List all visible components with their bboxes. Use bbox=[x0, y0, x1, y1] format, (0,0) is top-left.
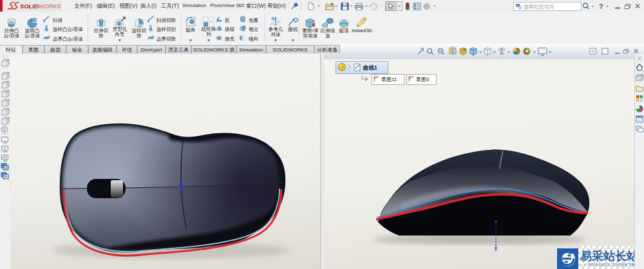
svg-text:?: ? bbox=[599, 3, 603, 10]
svg-text:SOLIDWORKS: SOLIDWORKS bbox=[20, 3, 61, 10]
